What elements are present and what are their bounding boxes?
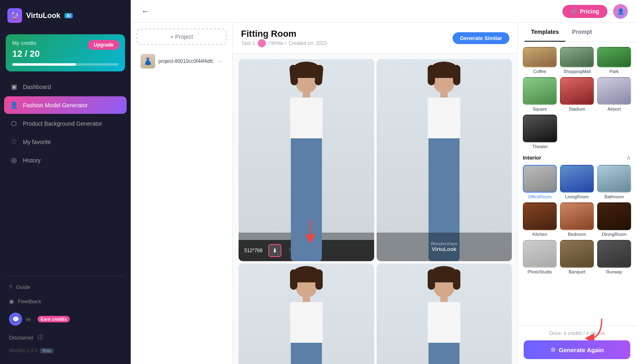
credits-note: Once: 4 credits / 4 photos bbox=[524, 331, 630, 336]
template-thumb-park bbox=[597, 47, 631, 67]
info-icon: ⓘ bbox=[38, 334, 43, 341]
cart-icon: 🛒 bbox=[571, 8, 578, 15]
feedback-label: Feedback bbox=[18, 298, 41, 304]
center-header: Fitting Room Task 1 / White / Created on… bbox=[233, 23, 518, 53]
template-label-livingroom: LivingRoom bbox=[565, 194, 589, 199]
template-item-kitchen[interactable]: Kitchen bbox=[523, 202, 557, 237]
template-label-square: Square bbox=[533, 107, 547, 111]
interior-collapse-button[interactable]: ∧ bbox=[626, 154, 631, 162]
model-figure-3 bbox=[239, 264, 374, 364]
sidebar-nav: ▣ Dashboard 👤 Fashion Model Generator ⬡ … bbox=[0, 78, 131, 267]
product-bg-icon: ⬡ bbox=[10, 120, 18, 127]
upgrade-button[interactable]: Upgrade bbox=[88, 40, 119, 50]
sidebar-item-product-background-generator[interactable]: ⬡ Product Background Generator bbox=[4, 115, 127, 132]
template-item-banquet[interactable]: Banquet bbox=[560, 240, 594, 274]
add-project-button[interactable]: + Project bbox=[136, 29, 227, 45]
sidebar: 🔮 VirtuLook AI My credits 12 / 20 Upgrad… bbox=[0, 0, 131, 364]
generate-again-button[interactable]: ☆ Generate Again bbox=[524, 340, 630, 359]
template-label-bathroom: Bathroom bbox=[605, 194, 624, 199]
template-item-runway[interactable]: Runway bbox=[597, 240, 631, 274]
template-item-bathroom[interactable]: Bathroom bbox=[597, 165, 631, 199]
template-thumb-airport bbox=[597, 77, 631, 105]
download-button[interactable]: ⬇ bbox=[268, 244, 281, 257]
disclaimer-item[interactable]: Disclaimer ⓘ bbox=[6, 330, 125, 345]
right-footer: Once: 4 credits / 4 photos ☆ Generate A bbox=[518, 325, 636, 364]
page-title: Fitting Room bbox=[241, 29, 328, 39]
earn-credits-badge[interactable]: Earn credits bbox=[38, 316, 70, 322]
tab-prompt[interactable]: Prompt bbox=[565, 23, 598, 42]
template-label-bedroom: Bedroom bbox=[568, 232, 586, 237]
sidebar-item-label: Dashboard bbox=[23, 84, 51, 90]
app-name: VirtuLook bbox=[26, 11, 60, 20]
template-thumb-bedroom bbox=[560, 202, 594, 230]
template-thumb-diningroom bbox=[597, 202, 631, 230]
feedback-icon: ▣ bbox=[9, 298, 14, 304]
version-text: Version 1.0.5 Beta bbox=[6, 345, 125, 356]
template-label-officeroom: OfficeRoom bbox=[528, 194, 552, 199]
template-label-banquet: Banquet bbox=[569, 269, 585, 274]
project-item[interactable]: 👗 project-80010cc0f44f4dfc ··· bbox=[136, 50, 227, 73]
template-item-officeroom[interactable]: OfficeRoom bbox=[523, 165, 557, 199]
template-thumb-shoppingmall bbox=[560, 47, 594, 67]
favorite-icon: ♡ bbox=[10, 138, 18, 146]
template-item-shoppingmall[interactable]: ShoppingMall bbox=[560, 47, 594, 74]
sidebar-item-my-favorite[interactable]: ♡ My favorite bbox=[4, 133, 127, 151]
template-label-runway: Runway bbox=[606, 269, 623, 274]
image-cell-4: Wondershare VirtuLook bbox=[377, 264, 512, 364]
template-item-stadium[interactable]: Stadium bbox=[560, 77, 594, 111]
template-label-park: Park bbox=[609, 69, 619, 74]
templates-scroll: Coffee ShoppingMall Park Square bbox=[518, 42, 636, 325]
disclaimer-label: Disclaimer bbox=[9, 335, 34, 341]
template-label-coffee: Coffee bbox=[533, 69, 546, 74]
template-item-bedroom[interactable]: Bedroom bbox=[560, 202, 594, 237]
template-label-kitchen: Kitchen bbox=[532, 232, 547, 237]
template-thumb-banquet bbox=[560, 240, 594, 268]
template-thumb-coffee bbox=[523, 47, 557, 67]
template-item-diningroom[interactable]: DiningRoom bbox=[597, 202, 631, 237]
interior-title: Interior bbox=[523, 155, 541, 161]
fashion-model-icon: 👤 bbox=[10, 101, 18, 109]
template-item-livingroom[interactable]: LivingRoom bbox=[560, 165, 594, 199]
theater-section: Theater bbox=[523, 115, 631, 149]
image-cell-3: Wondershare VirtuLook bbox=[239, 264, 374, 364]
project-options-button[interactable]: ··· bbox=[217, 58, 223, 65]
star-icon: ☆ bbox=[550, 346, 556, 353]
template-item-park[interactable]: Park bbox=[597, 47, 631, 74]
template-item-theater[interactable]: Theater bbox=[523, 115, 557, 149]
ai-badge: AI bbox=[65, 13, 73, 18]
template-thumb-stadium bbox=[560, 77, 594, 105]
sidebar-item-dashboard[interactable]: ▣ Dashboard bbox=[4, 78, 127, 95]
content-area: + Project 👗 project-80010cc0f44f4dfc ···… bbox=[131, 23, 636, 364]
feedback-item[interactable]: ▣ Feedback bbox=[6, 294, 125, 309]
share-label: re bbox=[26, 316, 31, 322]
sidebar-bottom: ? Guide ▣ Feedback 💬 re Earn credits Dis… bbox=[0, 267, 131, 364]
share-item[interactable]: 💬 re Earn credits bbox=[6, 309, 125, 330]
beta-badge: Beta bbox=[40, 348, 54, 353]
watermark-2: Wondershare VirtuLook bbox=[377, 233, 512, 261]
generate-similar-button[interactable]: Generate Similar bbox=[453, 32, 509, 44]
sidebar-item-fashion-model-generator[interactable]: 👤 Fashion Model Generator bbox=[4, 96, 127, 114]
credits-bar-background bbox=[12, 63, 118, 66]
generate-again-wrapper: ☆ Generate Again bbox=[524, 340, 630, 359]
template-item-airport[interactable]: Airport bbox=[597, 77, 631, 111]
template-item-square[interactable]: Square bbox=[523, 77, 557, 111]
logo-icon: 🔮 bbox=[7, 8, 22, 23]
pricing-button[interactable]: 🛒 Pricing bbox=[562, 5, 607, 18]
template-thumb-officeroom bbox=[523, 165, 557, 193]
guide-label: Guide bbox=[16, 284, 30, 290]
created-label: Created on: 2023- bbox=[289, 40, 328, 46]
guide-item[interactable]: ? Guide bbox=[6, 280, 125, 294]
template-item-photostudio[interactable]: PhotoStudio bbox=[523, 240, 557, 274]
template-label-stadium: Stadium bbox=[569, 107, 585, 111]
template-label-shoppingmall: ShoppingMall bbox=[563, 69, 591, 74]
sidebar-item-history[interactable]: ◎ History bbox=[4, 151, 127, 169]
avatar[interactable]: 👤 bbox=[613, 4, 628, 19]
center-subtitle: Task 1 / White / Created on: 2023- bbox=[241, 39, 328, 47]
tab-templates[interactable]: Templates bbox=[524, 23, 565, 42]
model-figure-4 bbox=[377, 264, 512, 364]
back-button[interactable]: ← bbox=[139, 5, 152, 18]
credits-bar-fill bbox=[12, 63, 76, 66]
sidebar-item-label: Product Background Generator bbox=[23, 120, 102, 127]
outdoor-templates: Square Stadium Airport bbox=[523, 77, 631, 111]
template-item-coffee[interactable]: Coffee bbox=[523, 47, 557, 74]
